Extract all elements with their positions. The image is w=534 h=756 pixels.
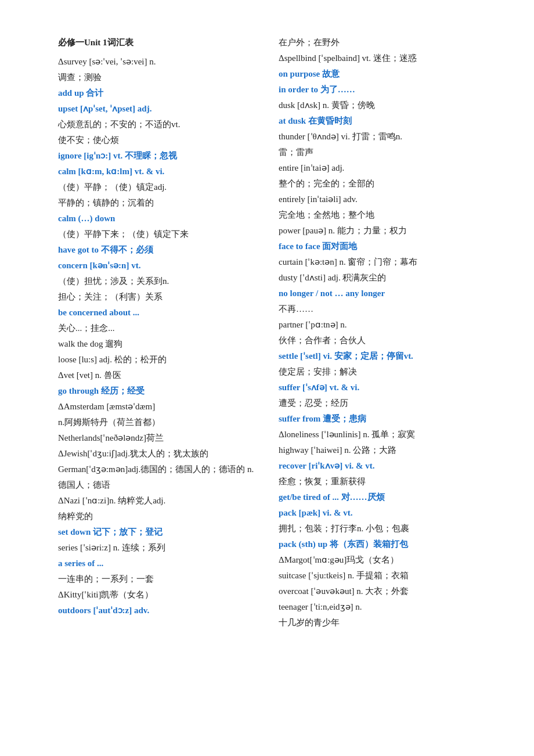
entry-18: partner [ˈpɑ:tnə] n. bbox=[279, 317, 476, 333]
left-column: 必修一Unit 1词汇表Δsurvey [sə:ˈvei, ˈsə:vei] n… bbox=[58, 35, 255, 631]
entry-8: calm [kɑ:m, kɑ:lm] vt. & vi. bbox=[58, 164, 255, 179]
entry-2: 调查；测验 bbox=[58, 70, 255, 85]
entry-35: overcoat [ˈəuvəkəut] n. 大衣；外套 bbox=[279, 584, 476, 599]
entry-37: 十几岁的青少年 bbox=[279, 615, 476, 631]
entry-26: ΔJewish[ˈdʒu:iʃ]adj.犹太人的；犹太族的 bbox=[58, 446, 255, 462]
entry-21: Δvet [vet] n. 兽医 bbox=[58, 368, 255, 383]
entry-17: 不再…… bbox=[279, 301, 476, 317]
entry-28: ΔNazi [ˈnɑ:zi]n. 纳粹党人adj. bbox=[58, 493, 255, 509]
entry-19: walk the dog 遛狗 bbox=[58, 336, 255, 352]
entry-3: add up 合计 bbox=[58, 85, 255, 101]
entry-11: 完全地；全然地；整个地 bbox=[279, 207, 476, 223]
entry-33: ΔMargot[ˈmɑ:gəu]玛戈（女名） bbox=[279, 552, 476, 568]
entry-30: set down 记下；放下；登记 bbox=[58, 524, 255, 540]
entry-12: （使）平静下来；（使）镇定下来 bbox=[58, 226, 255, 242]
entry-25: Δloneliness [ˈləunlinis] n. 孤单；寂寞 bbox=[279, 427, 476, 442]
entry-1: Δsurvey [sə:ˈvei, ˈsə:vei] n. bbox=[58, 54, 255, 70]
entry-7: 雷；雷声 bbox=[279, 145, 476, 160]
entry-11: calm (…) down bbox=[58, 211, 255, 226]
entry-5: at dusk 在黄昏时刻 bbox=[279, 113, 476, 129]
entry-21: 使定居；安排；解决 bbox=[279, 364, 476, 380]
entry-23: 遭受；忍受；经历 bbox=[279, 395, 476, 411]
entry-10: entirely [inˈtaiəli] adv. bbox=[279, 192, 476, 207]
entry-22: suffer [ˈsʌfə] vt. & vi. bbox=[279, 380, 476, 395]
entry-14: concern [kənˈsə:n] vt. bbox=[58, 258, 255, 273]
entry-26: highway [ˈhaiwei] n. 公路；大路 bbox=[279, 442, 476, 458]
entry-5: 心烦意乱的；不安的；不适的vt. bbox=[58, 117, 255, 132]
entry-10: 平静的；镇静的；沉着的 bbox=[58, 195, 255, 211]
entry-32: a series of ... bbox=[58, 556, 255, 571]
entry-0: 在户外；在野外 bbox=[279, 35, 476, 51]
entry-36: teenager [ˈti:n,eidʒə] n. bbox=[279, 599, 476, 615]
entry-18: 关心...；挂念... bbox=[58, 321, 255, 336]
entry-24: n.阿姆斯特丹（荷兰首都） bbox=[58, 415, 255, 430]
entry-20: loose [lu:s] adj. 松的；松开的 bbox=[58, 352, 255, 368]
entry-20: settle [ˈsetl] vi. 安家；定居；停留vt. bbox=[279, 348, 476, 364]
entry-4: dusk [dʌsk] n. 黄昏；傍晚 bbox=[279, 98, 476, 113]
entry-28: 痊愈；恢复；重新获得 bbox=[279, 474, 476, 489]
main-content: 必修一Unit 1词汇表Δsurvey [sə:ˈvei, ˈsə:vei] n… bbox=[58, 35, 476, 631]
entry-35: outdoors [ˈautˈdɔ:z] adv. bbox=[58, 603, 255, 618]
entry-29: 纳粹党的 bbox=[58, 509, 255, 524]
entry-8: entire [inˈtaiə] adj. bbox=[279, 160, 476, 176]
entry-34: suitcase [ˈsju:tkeis] n. 手提箱；衣箱 bbox=[279, 568, 476, 584]
entry-7: ignore [igˈnɔ:] vt. 不理睬；忽视 bbox=[58, 148, 255, 164]
entry-6: 使不安；使心烦 bbox=[58, 132, 255, 148]
entry-0: 必修一Unit 1词汇表 bbox=[58, 35, 255, 51]
entry-29: get/be tired of ... 对……厌烦 bbox=[279, 489, 476, 505]
entry-34: ΔKitty[ˈkiti]凯蒂（女名） bbox=[58, 587, 255, 603]
entry-4: upset [ʌpˈset, ˈʌpset] adj. bbox=[58, 101, 255, 117]
entry-15: dusty [ˈdʌsti] adj. 积满灰尘的 bbox=[279, 270, 476, 286]
entry-14: curtain [ˈkə:tən] n. 窗帘；门帘；幕布 bbox=[279, 254, 476, 270]
entry-33: 一连串的；一系列；一套 bbox=[58, 571, 255, 587]
entry-27: German[ˈdʒə:mən]adj.德国的；德国人的；德语的 n.德国人；德… bbox=[58, 462, 255, 493]
entry-2: on purpose 故意 bbox=[279, 66, 476, 82]
entry-19: 伙伴；合作者；合伙人 bbox=[279, 333, 476, 348]
entry-25: Netherlands[ˈneðələndz]荷兰 bbox=[58, 430, 255, 446]
entry-6: thunder [ˈθʌndə] vi. 打雷；雷鸣n. bbox=[279, 129, 476, 145]
entry-31: series [ˈsiəri:z] n. 连续；系列 bbox=[58, 540, 255, 556]
entry-32: pack (sth) up 将（东西）装箱打包 bbox=[279, 537, 476, 552]
entry-15: （使）担忧；涉及；关系到n. bbox=[58, 273, 255, 289]
entry-13: have got to 不得不；必须 bbox=[58, 242, 255, 258]
entry-17: be concerned about ... bbox=[58, 305, 255, 321]
entry-1: Δspellbind [ˈspelbaind] vt. 迷住；迷惑 bbox=[279, 51, 476, 66]
entry-30: pack [pæk] vi. & vt. bbox=[279, 505, 476, 521]
entry-9: （使）平静；（使）镇定adj. bbox=[58, 179, 255, 195]
entry-16: no longer / not … any longer bbox=[279, 286, 476, 301]
entry-27: recover [riˈkʌvə] vi. & vt. bbox=[279, 458, 476, 474]
entry-31: 拥扎；包装；打行李n. 小包；包裹 bbox=[279, 521, 476, 537]
entry-22: go through 经历；经受 bbox=[58, 383, 255, 399]
entry-16: 担心；关注；（利害）关系 bbox=[58, 289, 255, 305]
entry-9: 整个的；完全的；全部的 bbox=[279, 176, 476, 192]
entry-24: suffer from 遭受；患病 bbox=[279, 411, 476, 427]
entry-3: in order to 为了…… bbox=[279, 82, 476, 98]
entry-23: ΔAmsterdam [æmstəˈdæm] bbox=[58, 399, 255, 415]
right-column: 在户外；在野外Δspellbind [ˈspelbaind] vt. 迷住；迷惑… bbox=[279, 35, 476, 631]
entry-13: face to face 面对面地 bbox=[279, 239, 476, 254]
entry-12: power [pauə] n. 能力；力量；权力 bbox=[279, 223, 476, 239]
